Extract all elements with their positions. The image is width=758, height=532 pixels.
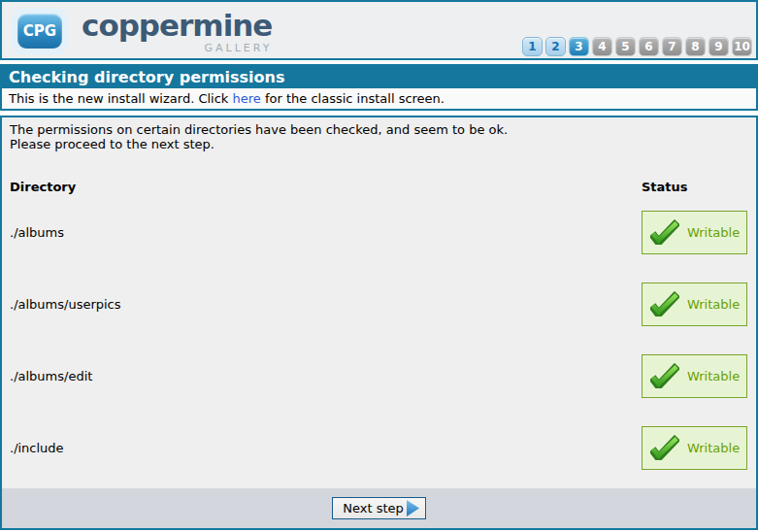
step-button-9: 9	[709, 37, 729, 56]
footer-bar: Next step	[2, 488, 756, 528]
coppermine-logo: CPG coppermine GALLERY	[2, 2, 272, 58]
status-badge: Writable	[642, 211, 747, 254]
status-label: Writable	[687, 369, 740, 383]
step-button-4: 4	[592, 37, 612, 56]
step-button-6: 6	[639, 37, 659, 56]
green-checkmark-icon	[650, 435, 679, 460]
status-label: Writable	[687, 441, 740, 455]
next-arrow-icon	[407, 500, 419, 516]
permissions-content: The permissions on certain directories h…	[2, 117, 756, 488]
status-label: Writable	[687, 225, 740, 240]
step-button-8: 8	[685, 37, 706, 56]
status-label: Writable	[687, 297, 740, 312]
cpg-logo-icon: CPG	[12, 8, 68, 54]
next-step-button[interactable]: Next step	[332, 497, 426, 519]
header: CPG coppermine GALLERY 1 2 3 4 5 6 7 8 9…	[0, 0, 758, 60]
directory-path: ./albums/userpics	[2, 268, 642, 340]
green-checkmark-icon	[650, 291, 679, 316]
wizard-note-text-after: for the classic install screen.	[261, 91, 445, 106]
step-button-3[interactable]: 3	[569, 37, 589, 56]
title-section: Checking directory permissions This is t…	[0, 64, 758, 111]
step-button-10: 10	[732, 37, 752, 56]
next-step-label: Next step	[343, 501, 404, 515]
cpg-logo-text: CPG	[17, 14, 62, 49]
directory-path: ./albums	[2, 196, 642, 268]
intro-line-1: The permissions on certain directories h…	[2, 122, 756, 137]
wizard-note-text: This is the new install wizard. Click	[9, 91, 233, 106]
page-title: Checking directory permissions	[2, 66, 756, 88]
table-row: ./albums/userpics Writable	[2, 268, 756, 340]
step-button-2[interactable]: 2	[545, 37, 566, 56]
green-checkmark-icon	[650, 363, 679, 388]
step-button-5: 5	[615, 37, 636, 56]
wizard-note: This is the new install wizard. Click he…	[2, 88, 756, 109]
classic-install-link[interactable]: here	[233, 91, 261, 106]
brand-text: coppermine GALLERY	[82, 8, 272, 53]
table-row: ./include Writable	[2, 412, 756, 483]
wizard-step-indicator: 1 2 3 4 5 6 7 8 9 10	[522, 2, 756, 58]
table-row: ./albums Writable	[2, 196, 756, 268]
step-button-7: 7	[662, 37, 682, 56]
step-button-1[interactable]: 1	[522, 37, 543, 56]
status-badge: Writable	[642, 283, 747, 326]
directory-path: ./include	[2, 412, 642, 483]
brand-tagline: GALLERY	[82, 43, 272, 53]
table-header-row: Directory Status	[2, 151, 756, 196]
green-checkmark-icon	[650, 219, 679, 245]
column-header-status: Status	[642, 151, 756, 196]
table-row: ./albums/edit Writable	[2, 340, 756, 412]
permissions-table: Directory Status ./albums	[2, 151, 756, 483]
column-header-directory: Directory	[2, 151, 642, 196]
main-section: The permissions on certain directories h…	[0, 116, 758, 530]
directory-path: ./albums/edit	[2, 340, 642, 412]
status-badge: Writable	[642, 354, 747, 398]
brand-name: coppermine	[82, 11, 272, 41]
status-badge: Writable	[642, 426, 747, 470]
intro-line-2: Please proceed to the next step.	[2, 137, 756, 151]
